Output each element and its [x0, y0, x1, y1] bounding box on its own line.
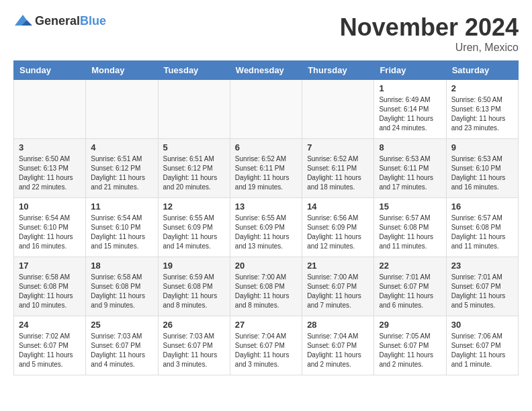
logo-icon: [13, 13, 32, 28]
weekday-header-monday: Monday: [86, 61, 158, 80]
calendar-cell: 14Sunrise: 6:56 AM Sunset: 6:09 PM Dayli…: [302, 198, 374, 257]
calendar-cell: [86, 80, 158, 139]
day-info: Sunrise: 6:57 AM Sunset: 6:08 PM Dayligh…: [451, 214, 513, 251]
day-number: 23: [451, 261, 513, 271]
day-number: 9: [451, 142, 513, 152]
week-row-5: 24Sunrise: 7:02 AM Sunset: 6:07 PM Dayli…: [14, 316, 519, 375]
day-number: 26: [163, 320, 225, 330]
day-info: Sunrise: 7:03 AM Sunset: 6:07 PM Dayligh…: [91, 332, 152, 369]
day-info: Sunrise: 6:55 AM Sunset: 6:09 PM Dayligh…: [235, 214, 297, 251]
day-info: Sunrise: 7:01 AM Sunset: 6:07 PM Dayligh…: [379, 273, 441, 310]
calendar-cell: 27Sunrise: 7:04 AM Sunset: 6:07 PM Dayli…: [230, 316, 302, 375]
day-number: 5: [163, 142, 225, 152]
weekday-header-tuesday: Tuesday: [158, 61, 230, 80]
day-number: 3: [19, 142, 81, 152]
day-number: 30: [451, 320, 513, 330]
day-number: 16: [451, 201, 513, 212]
weekday-header-sunday: Sunday: [14, 61, 86, 80]
day-info: Sunrise: 7:00 AM Sunset: 6:07 PM Dayligh…: [307, 273, 369, 310]
calendar-cell: 26Sunrise: 7:03 AM Sunset: 6:07 PM Dayli…: [158, 316, 230, 375]
weekday-header-thursday: Thursday: [302, 61, 374, 80]
weekday-header-row: SundayMondayTuesdayWednesdayThursdayFrid…: [14, 61, 519, 80]
day-number: 18: [91, 261, 152, 271]
day-info: Sunrise: 7:00 AM Sunset: 6:08 PM Dayligh…: [235, 273, 297, 310]
day-info: Sunrise: 6:55 AM Sunset: 6:09 PM Dayligh…: [163, 214, 225, 251]
day-info: Sunrise: 7:01 AM Sunset: 6:07 PM Dayligh…: [451, 273, 513, 310]
day-number: 15: [379, 201, 441, 212]
day-number: 17: [19, 261, 81, 271]
calendar-table: SundayMondayTuesdayWednesdayThursdayFrid…: [13, 60, 519, 375]
calendar-header: SundayMondayTuesdayWednesdayThursdayFrid…: [14, 61, 519, 80]
day-number: 7: [307, 142, 369, 152]
day-info: Sunrise: 6:58 AM Sunset: 6:08 PM Dayligh…: [19, 273, 81, 310]
calendar-cell: 18Sunrise: 6:58 AM Sunset: 6:08 PM Dayli…: [86, 257, 158, 316]
calendar-cell: 16Sunrise: 6:57 AM Sunset: 6:08 PM Dayli…: [446, 198, 518, 257]
day-info: Sunrise: 6:58 AM Sunset: 6:08 PM Dayligh…: [91, 273, 152, 310]
calendar-cell: 30Sunrise: 7:06 AM Sunset: 6:07 PM Dayli…: [446, 316, 518, 375]
calendar-cell: 23Sunrise: 7:01 AM Sunset: 6:07 PM Dayli…: [446, 257, 518, 316]
calendar-cell: 15Sunrise: 6:57 AM Sunset: 6:08 PM Dayli…: [374, 198, 446, 257]
calendar-cell: 8Sunrise: 6:53 AM Sunset: 6:11 PM Daylig…: [374, 139, 446, 198]
day-info: Sunrise: 7:05 AM Sunset: 6:07 PM Dayligh…: [379, 332, 441, 369]
day-info: Sunrise: 6:59 AM Sunset: 6:08 PM Dayligh…: [163, 273, 225, 310]
day-info: Sunrise: 6:49 AM Sunset: 6:14 PM Dayligh…: [379, 95, 441, 133]
calendar-cell: 1Sunrise: 6:49 AM Sunset: 6:14 PM Daylig…: [374, 80, 446, 139]
calendar-cell: 10Sunrise: 6:54 AM Sunset: 6:10 PM Dayli…: [14, 198, 86, 257]
day-number: 24: [19, 320, 81, 330]
day-info: Sunrise: 6:56 AM Sunset: 6:09 PM Dayligh…: [307, 214, 369, 251]
day-info: Sunrise: 7:04 AM Sunset: 6:07 PM Dayligh…: [307, 332, 369, 369]
day-info: Sunrise: 7:06 AM Sunset: 6:07 PM Dayligh…: [451, 332, 513, 369]
calendar-cell: [158, 80, 230, 139]
calendar-cell: 20Sunrise: 7:00 AM Sunset: 6:08 PM Dayli…: [230, 257, 302, 316]
calendar-cell: 13Sunrise: 6:55 AM Sunset: 6:09 PM Dayli…: [230, 198, 302, 257]
day-info: Sunrise: 7:03 AM Sunset: 6:07 PM Dayligh…: [163, 332, 225, 369]
week-row-1: 1Sunrise: 6:49 AM Sunset: 6:14 PM Daylig…: [14, 80, 519, 139]
day-info: Sunrise: 6:53 AM Sunset: 6:10 PM Dayligh…: [451, 154, 513, 192]
calendar-cell: [230, 80, 302, 139]
day-number: 25: [91, 320, 152, 330]
day-number: 10: [19, 201, 81, 212]
calendar-cell: 12Sunrise: 6:55 AM Sunset: 6:09 PM Dayli…: [158, 198, 230, 257]
calendar-cell: 11Sunrise: 6:54 AM Sunset: 6:10 PM Dayli…: [86, 198, 158, 257]
day-number: 20: [235, 261, 297, 271]
day-info: Sunrise: 7:02 AM Sunset: 6:07 PM Dayligh…: [19, 332, 81, 369]
day-info: Sunrise: 6:50 AM Sunset: 6:13 PM Dayligh…: [451, 95, 513, 133]
day-info: Sunrise: 6:53 AM Sunset: 6:11 PM Dayligh…: [379, 154, 441, 192]
logo-general: General: [35, 14, 80, 28]
calendar-cell: 19Sunrise: 6:59 AM Sunset: 6:08 PM Dayli…: [158, 257, 230, 316]
calendar-cell: 5Sunrise: 6:51 AM Sunset: 6:12 PM Daylig…: [158, 139, 230, 198]
day-number: 19: [163, 261, 225, 271]
logo-blue: Blue: [80, 14, 106, 28]
calendar-cell: 9Sunrise: 6:53 AM Sunset: 6:10 PM Daylig…: [446, 139, 518, 198]
calendar-cell: 2Sunrise: 6:50 AM Sunset: 6:13 PM Daylig…: [446, 80, 518, 139]
day-info: Sunrise: 6:50 AM Sunset: 6:13 PM Dayligh…: [19, 154, 81, 192]
weekday-header-friday: Friday: [374, 61, 446, 80]
day-info: Sunrise: 6:51 AM Sunset: 6:12 PM Dayligh…: [91, 154, 152, 192]
day-info: Sunrise: 7:04 AM Sunset: 6:07 PM Dayligh…: [235, 332, 297, 369]
month-title: November 2024: [340, 13, 519, 42]
day-number: 28: [307, 320, 369, 330]
day-number: 13: [235, 201, 297, 212]
calendar-cell: 25Sunrise: 7:03 AM Sunset: 6:07 PM Dayli…: [86, 316, 158, 375]
calendar-body: 1Sunrise: 6:49 AM Sunset: 6:14 PM Daylig…: [14, 80, 519, 375]
location-subtitle: Uren, Mexico: [340, 42, 519, 54]
day-number: 14: [307, 201, 369, 212]
day-info: Sunrise: 6:52 AM Sunset: 6:11 PM Dayligh…: [235, 154, 297, 192]
title-area: November 2024 Uren, Mexico: [340, 13, 519, 54]
week-row-4: 17Sunrise: 6:58 AM Sunset: 6:08 PM Dayli…: [14, 257, 519, 316]
day-number: 11: [91, 201, 152, 212]
day-info: Sunrise: 6:51 AM Sunset: 6:12 PM Dayligh…: [163, 154, 225, 192]
weekday-header-wednesday: Wednesday: [230, 61, 302, 80]
calendar-cell: [302, 80, 374, 139]
header: GeneralBlue November 2024 Uren, Mexico: [13, 13, 519, 54]
calendar-cell: 3Sunrise: 6:50 AM Sunset: 6:13 PM Daylig…: [14, 139, 86, 198]
calendar-cell: 6Sunrise: 6:52 AM Sunset: 6:11 PM Daylig…: [230, 139, 302, 198]
day-number: 22: [379, 261, 441, 271]
calendar-cell: 4Sunrise: 6:51 AM Sunset: 6:12 PM Daylig…: [86, 139, 158, 198]
calendar-cell: 22Sunrise: 7:01 AM Sunset: 6:07 PM Dayli…: [374, 257, 446, 316]
day-number: 8: [379, 142, 441, 152]
calendar-cell: 24Sunrise: 7:02 AM Sunset: 6:07 PM Dayli…: [14, 316, 86, 375]
logo: GeneralBlue: [13, 13, 106, 28]
day-number: 21: [307, 261, 369, 271]
day-number: 27: [235, 320, 297, 330]
